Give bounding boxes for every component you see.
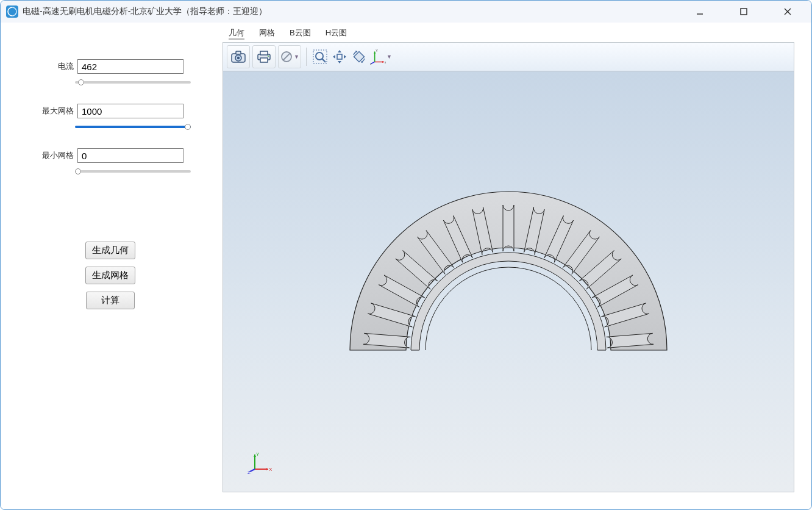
- camera-icon[interactable]: [227, 45, 250, 68]
- max-mesh-slider[interactable]: [75, 126, 191, 128]
- window-title: 电磁-高速无刷电机电磁分析-北京矿业大学（指导老师：王迎迎）: [23, 6, 267, 17]
- current-label: 电流: [31, 61, 74, 72]
- dropdown-caret-icon: ▼: [386, 54, 392, 60]
- svg-rect-18: [337, 54, 342, 59]
- sidebar: 电流 最大网格 最小网格 生成几何 生成网格: [1, 23, 220, 509]
- svg-text:Z: Z: [248, 470, 251, 475]
- svg-rect-11: [260, 58, 268, 62]
- max-mesh-input[interactable]: [77, 104, 183, 118]
- min-mesh-slider[interactable]: [75, 170, 191, 173]
- svg-point-8: [237, 57, 240, 59]
- svg-rect-2: [741, 9, 747, 15]
- zoom-box-icon[interactable]: [312, 46, 329, 68]
- tabbar: 几何 网格 B云图 H云图: [223, 25, 794, 42]
- clip-plane-icon[interactable]: ▼: [278, 45, 301, 68]
- svg-rect-10: [260, 51, 268, 55]
- app-icon: [5, 5, 19, 18]
- current-slider[interactable]: [75, 81, 191, 84]
- generate-mesh-button[interactable]: 生成网格: [85, 267, 135, 284]
- svg-point-12: [268, 56, 269, 57]
- max-mesh-label: 最大网格: [31, 106, 74, 117]
- tab-geometry[interactable]: 几何: [229, 27, 244, 40]
- viewport-3d[interactable]: X Y Z: [223, 71, 794, 492]
- generate-geometry-button[interactable]: 生成几何: [85, 242, 135, 259]
- dropdown-caret-icon: ▼: [294, 54, 299, 60]
- compute-button[interactable]: 计算: [86, 292, 135, 309]
- current-input[interactable]: [77, 59, 183, 74]
- tab-b-cloud[interactable]: B云图: [290, 27, 311, 40]
- min-mesh-label: 最小网格: [31, 150, 74, 161]
- toolbar-separator: [306, 48, 307, 66]
- svg-line-17: [322, 59, 326, 62]
- svg-text:X: X: [269, 467, 272, 472]
- viewer-toolbar: ▼ x Y: [223, 42, 794, 71]
- svg-rect-19: [354, 52, 365, 62]
- corner-axes-triad: X Y Z: [248, 451, 272, 477]
- close-button[interactable]: [775, 2, 800, 21]
- maximize-button[interactable]: [731, 2, 757, 21]
- motor-geometry: [326, 170, 691, 377]
- titlebar: 电磁-高速无刷电机电磁分析-北京矿业大学（指导老师：王迎迎）: [1, 1, 811, 23]
- printer-icon[interactable]: [252, 45, 276, 68]
- svg-text:z: z: [370, 62, 372, 65]
- min-mesh-input[interactable]: [77, 148, 183, 163]
- pan-icon[interactable]: [331, 46, 348, 68]
- svg-text:Y: Y: [256, 451, 260, 457]
- axes-triad-icon[interactable]: x Y z ▼: [370, 46, 392, 68]
- svg-text:Y: Y: [376, 49, 378, 52]
- svg-text:x: x: [385, 60, 386, 64]
- spin-icon[interactable]: [351, 46, 368, 68]
- tab-h-cloud[interactable]: H云图: [326, 27, 347, 40]
- tab-mesh[interactable]: 网格: [259, 27, 275, 40]
- svg-line-28: [250, 469, 255, 472]
- minimize-button[interactable]: [687, 2, 713, 21]
- svg-rect-6: [236, 51, 241, 54]
